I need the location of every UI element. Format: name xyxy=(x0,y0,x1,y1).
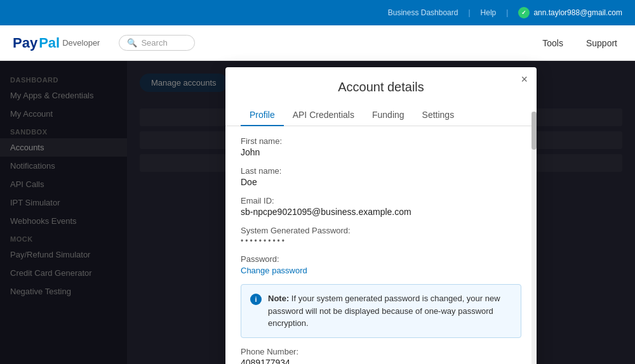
last-name-label: Last name: xyxy=(241,166,521,176)
business-dashboard-link[interactable]: Business Dashboard xyxy=(388,8,458,17)
user-badge: ✓ ann.taylor988@gmail.com xyxy=(518,7,622,18)
help-link[interactable]: Help xyxy=(481,8,497,17)
sys-password-value: •••••••••• xyxy=(241,237,521,245)
logo-pay: Pay xyxy=(13,35,37,51)
info-icon: i xyxy=(250,294,262,305)
last-name-field: Last name: Doe xyxy=(241,166,521,187)
modal-close-button[interactable]: × xyxy=(521,74,528,85)
modal-title: Account details xyxy=(225,67,537,94)
email-id-field: Email ID: sb-npcpe9021095@business.examp… xyxy=(241,196,521,217)
sys-password-field: System Generated Password: •••••••••• xyxy=(241,226,521,245)
nav-divider-2: | xyxy=(506,8,508,17)
main-content: Manage accounts Create account × Account… xyxy=(127,61,635,364)
change-password-link[interactable]: Change password xyxy=(241,266,307,275)
sys-password-label: System Generated Password: xyxy=(241,226,521,235)
account-details-modal: × Account details Profile API Credential… xyxy=(225,67,537,364)
nav-divider-1: | xyxy=(468,8,470,17)
search-text: Search xyxy=(141,38,167,48)
first-name-field: First name: John xyxy=(241,136,521,157)
support-nav-link[interactable]: Support xyxy=(581,38,622,48)
scroll-thumb[interactable] xyxy=(531,112,537,150)
note-text: Note: If your system generated password … xyxy=(268,292,512,330)
password-field: Password: Change password xyxy=(241,254,521,275)
password-label: Password: xyxy=(241,254,521,264)
user-email: ann.taylor988@gmail.com xyxy=(533,8,622,17)
page-layout: DASHBOARD My Apps & Credentials My Accou… xyxy=(0,61,635,364)
tab-settings[interactable]: Settings xyxy=(413,105,464,126)
note-body: If your system generated password is cha… xyxy=(268,294,500,328)
top-navigation: Business Dashboard | Help | ✓ ann.taylor… xyxy=(0,0,635,25)
main-navigation: PayPal Developer 🔍 Search Tools Support xyxy=(0,25,635,61)
first-name-label: First name: xyxy=(241,136,521,146)
search-bar[interactable]: 🔍 Search xyxy=(119,35,195,51)
modal-tabs: Profile API Credentials Funding Settings xyxy=(225,105,537,126)
last-name-value: Doe xyxy=(241,177,521,187)
tools-nav-link[interactable]: Tools xyxy=(537,38,568,48)
phone-value: 4089177934 xyxy=(241,358,521,365)
tab-funding[interactable]: Funding xyxy=(363,105,413,126)
search-icon: 🔍 xyxy=(127,38,137,48)
tab-api-credentials[interactable]: API Credentials xyxy=(284,105,363,126)
phone-label: Phone Number: xyxy=(241,347,521,356)
logo-developer: Developer xyxy=(62,38,100,48)
scroll-track xyxy=(531,112,537,364)
email-id-label: Email ID: xyxy=(241,196,521,205)
user-status-dot: ✓ xyxy=(518,7,530,18)
logo-pal: Pal xyxy=(39,35,60,51)
first-name-value: John xyxy=(241,147,521,157)
tab-profile[interactable]: Profile xyxy=(241,105,284,126)
note-strong: Note: xyxy=(268,294,289,303)
logo: PayPal Developer xyxy=(13,35,100,51)
note-box: i Note: If your system generated passwor… xyxy=(241,284,521,338)
modal-body: First name: John Last name: Doe Email ID… xyxy=(225,126,537,364)
phone-field: Phone Number: 4089177934 xyxy=(241,347,521,365)
modal-backdrop: × Account details Profile API Credential… xyxy=(0,61,635,364)
email-id-value: sb-npcpe9021095@business.example.com xyxy=(241,207,521,217)
